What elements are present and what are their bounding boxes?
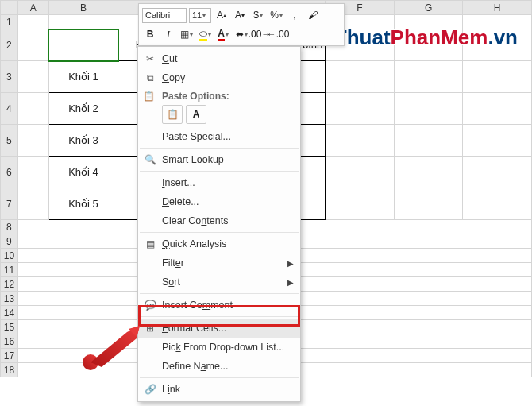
comma-format-button[interactable]: , <box>287 7 303 23</box>
row-header-3[interactable]: 3 <box>1 61 18 93</box>
menu-link[interactable]: 🔗 Link <box>138 380 300 399</box>
format-cells-icon: ⊞ <box>143 321 157 335</box>
scissors-icon: ✂ <box>143 52 157 66</box>
cell[interactable] <box>17 61 48 93</box>
selected-cell-b2[interactable] <box>48 29 118 61</box>
col-header-b[interactable]: B <box>48 1 118 15</box>
row-header-8[interactable]: 8 <box>1 220 18 234</box>
row-header-6[interactable]: 6 <box>1 157 18 188</box>
row-header-10[interactable]: 10 <box>1 249 18 263</box>
row-header-7[interactable]: 7 <box>1 188 18 220</box>
cell[interactable] <box>326 93 395 125</box>
cell[interactable] <box>17 125 48 157</box>
cell[interactable] <box>463 29 532 61</box>
menu-copy[interactable]: ⧉ Copy <box>138 68 300 87</box>
cell[interactable] <box>326 188 395 220</box>
menu-define-name[interactable]: Define Name... <box>138 357 300 376</box>
increase-decimal-icon[interactable]: ←.00 <box>270 26 286 42</box>
col-header-h[interactable]: H <box>463 1 532 15</box>
row-header-9[interactable]: 9 <box>1 234 18 249</box>
cell[interactable] <box>394 188 463 220</box>
row-header-11[interactable]: 11 <box>1 263 18 277</box>
menu-insert-comment[interactable]: 💬 Insert Comment <box>138 296 300 315</box>
cell[interactable] <box>17 157 48 188</box>
menu-cut[interactable]: ✂ Cut <box>138 49 300 68</box>
copy-icon: ⧉ <box>143 71 157 85</box>
cell[interactable] <box>17 188 48 220</box>
cell[interactable] <box>394 93 463 125</box>
font-color-button[interactable]: A <box>215 26 231 42</box>
menu-insert[interactable]: Insert... <box>138 173 300 192</box>
menu-quick-analysis[interactable]: ▤ Quick Analysis <box>138 234 300 253</box>
fill-color-button[interactable]: ⬭ <box>197 26 213 42</box>
table-row-label[interactable]: Khối 3 <box>48 125 118 157</box>
row-header-14[interactable]: 14 <box>1 306 18 320</box>
submenu-arrow-icon: ▶ <box>287 259 294 268</box>
row-header-17[interactable]: 17 <box>1 349 18 363</box>
menu-delete[interactable]: Delete... <box>138 192 300 211</box>
paste-default-button[interactable]: 📋 <box>162 105 183 124</box>
comment-icon: 💬 <box>143 298 157 312</box>
quick-analysis-icon: ▤ <box>143 237 157 251</box>
cell[interactable] <box>17 29 48 61</box>
select-all-corner[interactable] <box>1 1 18 15</box>
row-header-18[interactable]: 18 <box>1 363 18 377</box>
link-icon: 🔗 <box>143 382 157 396</box>
cell[interactable] <box>48 15 118 29</box>
row-header-2[interactable]: 2 <box>1 29 18 61</box>
clipboard-icon: 📋 <box>143 91 155 102</box>
menu-pick-from-list[interactable]: Pick From Drop-down List... <box>138 338 300 357</box>
menu-smart-lookup[interactable]: 🔍 Smart Lookup <box>138 150 300 169</box>
cell[interactable] <box>463 125 532 157</box>
cell[interactable] <box>463 15 532 29</box>
row-header-1[interactable]: 1 <box>1 15 18 29</box>
font-size-input[interactable]: 11 <box>189 8 211 23</box>
table-row-label[interactable]: Khối 5 <box>48 188 118 220</box>
row-header-15[interactable]: 15 <box>1 320 18 334</box>
decrease-decimal-icon[interactable]: .00→ <box>252 26 268 42</box>
border-button[interactable]: ▦ <box>179 26 195 42</box>
cell[interactable] <box>463 188 532 220</box>
cell[interactable] <box>394 61 463 93</box>
cell[interactable] <box>17 15 48 29</box>
cell[interactable] <box>326 125 395 157</box>
row-header-16[interactable]: 16 <box>1 334 18 349</box>
paste-options-row: 📋 A <box>138 103 300 127</box>
cell[interactable] <box>394 29 463 61</box>
table-row-label[interactable]: Khối 4 <box>48 157 118 188</box>
menu-sort[interactable]: Sort▶ <box>138 273 300 292</box>
decrease-font-icon[interactable]: A▾ <box>232 7 248 23</box>
bold-button[interactable]: B <box>142 26 158 42</box>
col-header-a[interactable]: A <box>17 1 48 15</box>
menu-filter[interactable]: Filter▶ <box>138 253 300 273</box>
cell[interactable] <box>463 93 532 125</box>
cell[interactable] <box>463 157 532 188</box>
percent-format-button[interactable]: % <box>268 7 284 23</box>
accounting-format-button[interactable]: $ <box>250 7 266 23</box>
submenu-arrow-icon: ▶ <box>287 278 294 287</box>
row-header-13[interactable]: 13 <box>1 292 18 306</box>
cell[interactable] <box>394 125 463 157</box>
cell[interactable] <box>326 61 395 93</box>
merge-center-button[interactable]: ⬌ <box>233 26 249 42</box>
increase-font-icon[interactable]: A▴ <box>214 7 229 23</box>
table-row-label[interactable]: Khối 2 <box>48 93 118 125</box>
italic-button[interactable]: I <box>160 26 176 42</box>
cell[interactable] <box>394 157 463 188</box>
menu-format-cells[interactable]: ⊞ Format Cells... <box>138 319 300 338</box>
menu-paste-special[interactable]: Paste Special... <box>138 127 300 146</box>
paste-text-button[interactable]: A <box>186 105 206 124</box>
cell[interactable] <box>394 15 463 29</box>
cell[interactable] <box>463 61 532 93</box>
cell[interactable] <box>17 93 48 125</box>
row-header-4[interactable]: 4 <box>1 93 18 125</box>
row-header-5[interactable]: 5 <box>1 125 18 157</box>
format-painter-icon[interactable]: 🖌 <box>305 7 321 23</box>
col-header-g[interactable]: G <box>394 1 463 15</box>
menu-clear-contents[interactable]: Clear Contents <box>138 211 300 230</box>
table-row-label[interactable]: Khối 1 <box>48 61 118 93</box>
row-header-12[interactable]: 12 <box>1 277 18 292</box>
font-name-input[interactable]: Calibri <box>142 8 187 23</box>
cell[interactable] <box>326 157 395 188</box>
mini-toolbar: Calibri 11 A▴ A▾ $ % , 🖌 B I ▦ ⬭ A ⬌ .00… <box>138 3 345 46</box>
